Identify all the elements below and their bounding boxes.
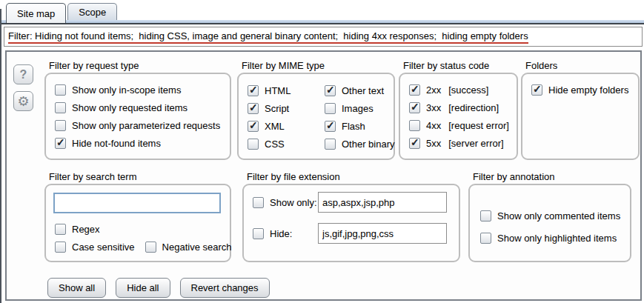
checkbox-row: Flash bbox=[325, 117, 395, 135]
group-folders-title: Folders bbox=[525, 60, 557, 71]
checkbox-row: Hide not-found items bbox=[55, 135, 225, 151]
burp-sitemap-filter-screen: Site map Scope Filter: Hiding not found … bbox=[0, 0, 644, 303]
help-button[interactable]: ? bbox=[13, 64, 33, 84]
gear-icon: ⚙ bbox=[17, 93, 29, 110]
checkbox-status-3xx[interactable] bbox=[409, 102, 420, 113]
action-buttons: Show all Hide all Revert changes bbox=[47, 278, 270, 298]
group-search-term: Filter by search term Regex Case sensiti… bbox=[44, 184, 231, 262]
checkbox-mime-flash[interactable] bbox=[325, 121, 336, 132]
checkbox-label: Case sensitive bbox=[72, 242, 135, 253]
checkbox-label: Show only in-scope items bbox=[72, 84, 181, 96]
group-status-code-title: Filter by status code bbox=[403, 60, 489, 71]
checkbox-show-only-extensions[interactable] bbox=[253, 197, 264, 208]
checkbox-row: Other text bbox=[325, 81, 395, 99]
tab-strip-border bbox=[0, 23, 644, 24]
checkbox-row: 3xx [redirection] bbox=[409, 99, 512, 116]
checkbox-label: XML bbox=[265, 121, 285, 132]
tab-scope-label: Scope bbox=[79, 7, 106, 18]
checkbox-row: Show only highlighted items bbox=[480, 230, 620, 246]
checkbox-status-5xx[interactable] bbox=[409, 138, 420, 149]
show-only-extensions-input[interactable] bbox=[318, 192, 447, 213]
checkbox-show-only-commented[interactable] bbox=[480, 210, 491, 222]
tab-scope[interactable]: Scope bbox=[67, 3, 117, 20]
search-term-input[interactable] bbox=[53, 193, 221, 213]
group-mime-type-title: Filter by MIME type bbox=[242, 60, 325, 71]
checkbox-label: Show only parameterized requests bbox=[72, 120, 220, 131]
tabs: Site map Scope bbox=[6, 3, 117, 23]
checkbox-row: CSS bbox=[248, 135, 325, 153]
checkbox-label: Show only highlighted items bbox=[497, 233, 617, 244]
checkbox-mime-other-text[interactable] bbox=[325, 85, 336, 96]
checkbox-row: Regex bbox=[55, 221, 232, 237]
checkbox-row: 5xx [server error] bbox=[409, 135, 512, 151]
status-desc-text: [success] bbox=[448, 84, 488, 96]
checkbox-mime-images[interactable] bbox=[325, 103, 336, 114]
group-file-extension-title: Filter by file extension bbox=[247, 171, 340, 182]
status-code-text: 2xx bbox=[426, 84, 441, 96]
checkbox-status-2xx[interactable] bbox=[409, 84, 420, 96]
show-all-button[interactable]: Show all bbox=[47, 278, 106, 298]
checkbox-mime-script[interactable] bbox=[248, 103, 259, 114]
tab-site-map-label: Site map bbox=[17, 8, 55, 19]
filter-options-panel: ? ⚙ Filter by request type Show only in-… bbox=[5, 50, 642, 301]
checkbox-mime-xml[interactable] bbox=[248, 121, 259, 132]
checkbox-label: Hide empty folders bbox=[548, 84, 628, 96]
checkbox-label: Hide not-found items bbox=[72, 138, 161, 149]
checkbox-label: Show only commented items bbox=[497, 210, 620, 222]
checkbox-show-only-requested[interactable] bbox=[55, 102, 66, 113]
help-icon: ? bbox=[20, 68, 27, 81]
checkbox-row: Show only commented items bbox=[480, 207, 620, 224]
checkbox-mime-html[interactable] bbox=[248, 85, 259, 96]
checkbox-row: Negative search bbox=[145, 239, 232, 255]
status-desc-text: [server error] bbox=[448, 138, 503, 149]
checkbox-label: Other binary bbox=[342, 139, 395, 150]
status-code-text: 5xx bbox=[426, 138, 441, 149]
tab-strip: Site map Scope bbox=[0, 0, 644, 24]
checkbox-show-only-in-scope[interactable] bbox=[55, 84, 66, 96]
checkbox-label: Hide: bbox=[270, 228, 292, 239]
checkbox-hide-extensions[interactable] bbox=[253, 228, 264, 239]
checkbox-mime-other-binary[interactable] bbox=[325, 139, 336, 150]
group-file-extension: Filter by file extension Show only: Hide… bbox=[242, 184, 460, 262]
checkbox-negative-search[interactable] bbox=[145, 242, 156, 253]
extension-row: Hide: bbox=[253, 222, 447, 244]
group-status-code: Filter by status code 2xx [success] 3xx … bbox=[399, 73, 518, 160]
checkbox-regex[interactable] bbox=[55, 224, 66, 235]
hide-all-button[interactable]: Hide all bbox=[116, 278, 170, 298]
checkbox-status-4xx[interactable] bbox=[409, 120, 420, 131]
checkbox-show-only-highlighted[interactable] bbox=[480, 233, 491, 244]
group-annotation-title: Filter by annotation bbox=[473, 171, 555, 182]
filter-summary-bar[interactable]: Filter: Hiding not found items; hiding C… bbox=[4, 27, 643, 47]
checkbox-label: Flash bbox=[342, 121, 365, 132]
checkbox-row: Show only in-scope items bbox=[55, 81, 225, 98]
status-code-text: 3xx bbox=[426, 102, 441, 113]
extension-row: Show only: bbox=[253, 191, 447, 213]
checkbox-row: Other binary bbox=[325, 135, 395, 153]
checkbox-label: Negative search bbox=[162, 242, 232, 253]
checkbox-row: Show only parameterized requests bbox=[55, 117, 225, 133]
pane-left-border bbox=[0, 9, 1, 303]
settings-button[interactable]: ⚙ bbox=[13, 91, 33, 111]
hide-extensions-input[interactable] bbox=[318, 223, 447, 244]
checkbox-hide-not-found[interactable] bbox=[55, 138, 66, 149]
status-code-text: 4xx bbox=[426, 120, 441, 131]
status-desc-text: [request error] bbox=[448, 120, 509, 131]
checkbox-row: XML bbox=[248, 117, 325, 135]
group-request-type: Filter by request type Show only in-scop… bbox=[44, 73, 231, 160]
checkbox-hide-empty-folders[interactable] bbox=[531, 84, 542, 96]
checkbox-case-sensitive[interactable] bbox=[55, 242, 66, 253]
filter-summary-text: Filter: Hiding not found items; hiding C… bbox=[8, 30, 528, 44]
checkbox-row: HTML bbox=[248, 81, 325, 99]
checkbox-mime-css[interactable] bbox=[248, 139, 259, 150]
revert-changes-button[interactable]: Revert changes bbox=[180, 278, 270, 298]
checkbox-row: 4xx [request error] bbox=[409, 117, 512, 133]
checkbox-label: HTML bbox=[265, 85, 291, 96]
tab-site-map[interactable]: Site map bbox=[6, 3, 66, 23]
group-annotation: Filter by annotation Show only commented… bbox=[468, 184, 631, 262]
group-search-term-title: Filter by search term bbox=[49, 171, 136, 182]
checkbox-row: Show only requested items bbox=[55, 99, 225, 116]
group-request-type-title: Filter by request type bbox=[49, 60, 139, 71]
group-mime-type: Filter by MIME type HTML Other text Scri… bbox=[237, 73, 395, 160]
checkbox-label: CSS bbox=[265, 139, 285, 150]
checkbox-show-only-parameterized[interactable] bbox=[55, 120, 66, 131]
